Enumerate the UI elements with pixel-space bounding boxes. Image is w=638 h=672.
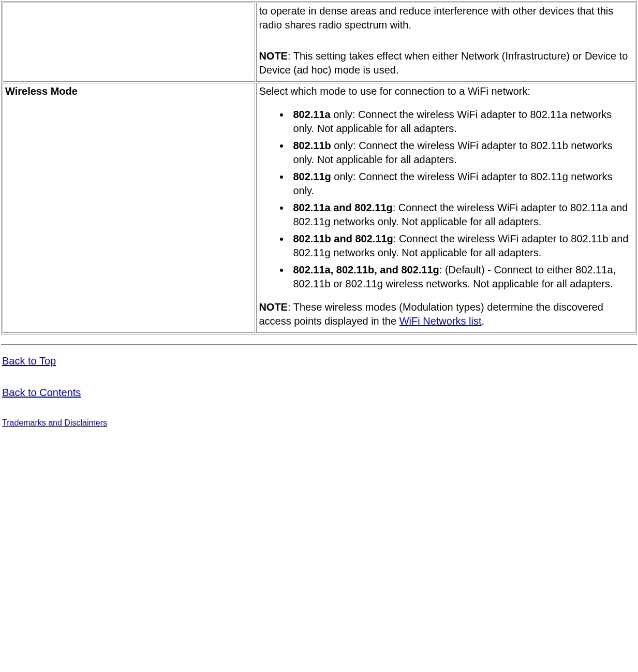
desc-paragraph: to operate in dense areas and reduce int… (259, 4, 633, 32)
list-item: 802.11a only: Connect the wireless WiFi … (290, 108, 633, 136)
list-item: 802.11b only: Connect the wireless WiFi … (290, 139, 633, 167)
mode-rest: only: Connect the wireless WiFi adapter … (293, 109, 612, 134)
trademarks-link[interactable]: Trademarks and Disclaimers (2, 417, 637, 429)
settings-table: to operate in dense areas and reduce int… (1, 1, 637, 334)
list-item: 802.11b and 802.11g: Connect the wireles… (290, 232, 633, 260)
note-label: NOTE (259, 301, 288, 313)
note-label: NOTE (259, 50, 288, 62)
table-row: Wireless Mode Select which mode to use f… (3, 83, 635, 333)
desc-intro: Select which mode to use for connection … (259, 84, 633, 98)
setting-name-cell: Wireless Mode (3, 83, 255, 333)
divider (1, 344, 637, 345)
mode-bold: 802.11a, 802.11b, and 802.11g (293, 264, 439, 275)
mode-list: 802.11a only: Connect the wireless WiFi … (290, 108, 633, 291)
wifi-networks-list-link[interactable]: WiFi Networks list (399, 315, 482, 327)
desc-note: NOTE: This setting takes effect when eit… (259, 49, 633, 77)
mode-bold: 802.11b (293, 140, 331, 151)
list-item: 802.11a and 802.11g: Connect the wireles… (290, 201, 633, 229)
list-item: 802.11a, 802.11b, and 802.11g: (Default)… (290, 263, 633, 291)
setting-desc-cell: to operate in dense areas and reduce int… (256, 3, 635, 82)
setting-desc-cell: Select which mode to use for connection … (256, 83, 635, 333)
note-post: . (482, 315, 485, 327)
setting-name: Wireless Mode (5, 85, 78, 97)
desc-note: NOTE: These wireless modes (Modulation t… (259, 300, 633, 328)
setting-name-cell (3, 3, 255, 82)
mode-bold: 802.11b and 802.11g (293, 233, 393, 244)
table-row: to operate in dense areas and reduce int… (3, 3, 635, 82)
back-to-top-link[interactable]: Back to Top (2, 354, 637, 368)
mode-bold: 802.11a (293, 109, 330, 120)
footer-links: Back to Top Back to Contents Trademarks … (1, 354, 637, 429)
mode-rest: only: Connect the wireless WiFi adapter … (293, 140, 612, 165)
list-item: 802.11g only: Connect the wireless WiFi … (290, 170, 633, 198)
mode-bold: 802.11a and 802.11g (293, 202, 392, 213)
note-text: : This setting takes effect when either … (259, 50, 628, 76)
mode-bold: 802.11g (293, 171, 331, 182)
back-to-contents-link[interactable]: Back to Contents (2, 386, 637, 400)
mode-rest: only: Connect the wireless WiFi adapter … (293, 171, 612, 196)
